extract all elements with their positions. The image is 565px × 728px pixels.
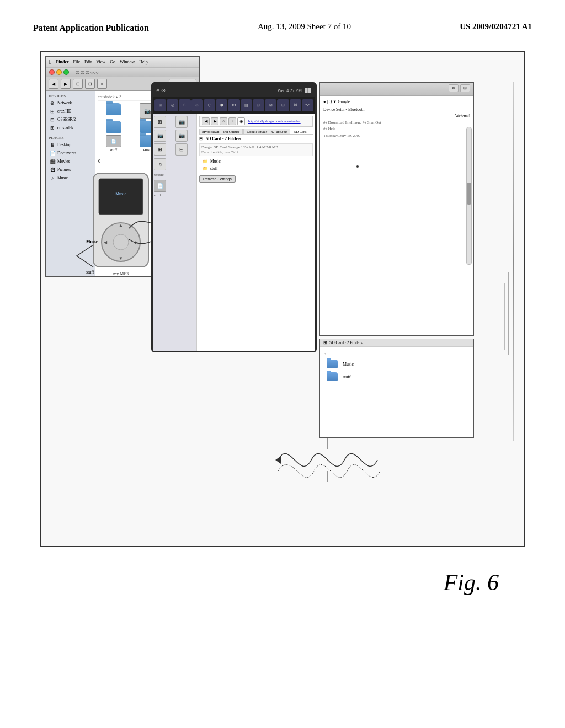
nav-back[interactable]: ◀ bbox=[202, 117, 210, 125]
sidebar-item-desktop[interactable]: 🖥 Desktop bbox=[47, 141, 94, 149]
stuff-folder-small-icon bbox=[327, 372, 338, 381]
forward-icon[interactable]: ▶ bbox=[61, 79, 71, 89]
view-icon-3[interactable]: ≡ bbox=[97, 79, 107, 89]
refresh-settings-button[interactable]: Refresh Settings bbox=[199, 175, 313, 183]
sidebar-places-header: PLACES bbox=[47, 135, 94, 141]
dicon-11[interactable]: ⊡ bbox=[277, 99, 289, 111]
folder-stuff[interactable]: 📄 stuff bbox=[98, 135, 129, 152]
dicon-5[interactable]: ⬡ bbox=[204, 99, 215, 111]
menu-window[interactable]: Window bbox=[120, 60, 135, 65]
bottom-window-body: ← Music stuff bbox=[320, 347, 473, 386]
right-scrollbar[interactable] bbox=[466, 127, 472, 265]
danger-icon-row: ⊞ ◎ ☉ ⊙ ⬡ ⬢ Ш ▤ ⊟ ⊠ ⊡ ⌘ ⌥ bbox=[153, 97, 315, 114]
sidebar-item-network[interactable]: ⊕ Network bbox=[47, 99, 94, 107]
close-button[interactable] bbox=[49, 69, 55, 75]
danger-status-bar: ⊕ ⦿ Wed 4:27 PM ▊▊ bbox=[153, 84, 315, 97]
movies-icon: 🎬 bbox=[49, 158, 56, 165]
tab-google-image[interactable]: Google Image – n2_app.jpg bbox=[243, 129, 290, 134]
dicon-12[interactable]: ⌘ bbox=[290, 99, 301, 111]
folder-item-1[interactable] bbox=[98, 103, 129, 119]
stuff-sidebar-label: stuff bbox=[154, 193, 195, 197]
apple-icon:  bbox=[49, 58, 51, 66]
dicon-10[interactable]: ⊠ bbox=[265, 99, 276, 111]
app-icon-1[interactable]: ⊞ bbox=[154, 116, 166, 128]
nav-forward[interactable]: ▶ bbox=[211, 117, 218, 125]
danger-address-bar: ◀ ▶ ○ + ⊕ http://vitally.danger.com/irem… bbox=[199, 116, 313, 127]
dicon-1[interactable]: ⊞ bbox=[154, 99, 166, 111]
figure-container:  Finder File Edit View Go Window Help ◎… bbox=[0, 45, 565, 553]
dicon-13[interactable]: ⌥ bbox=[302, 99, 313, 111]
dicon-6[interactable]: ⬢ bbox=[216, 99, 227, 111]
app-icon-4[interactable]: 📷 bbox=[175, 130, 188, 142]
folder-item-4[interactable] bbox=[98, 121, 129, 133]
tab-hypocalwit[interactable]: Hypocalwit – and Culture bbox=[199, 129, 243, 134]
sidebar-crezHD-label: crez HD bbox=[57, 109, 71, 114]
sdcard-title: ⊞ SD Card - 2 Folders bbox=[199, 136, 313, 141]
sidebar-item-crezHD[interactable]: ⊞ crez HD bbox=[47, 107, 94, 115]
minimize-button[interactable] bbox=[56, 69, 62, 75]
pictures-icon: 🖼 bbox=[49, 167, 56, 173]
file-row-stuff[interactable]: 📁 stuff bbox=[199, 165, 313, 172]
danger-battery-icon: ▊▊ bbox=[305, 88, 312, 93]
svg-text:▼: ▼ bbox=[119, 256, 123, 261]
window-title: ◎ ◎ ◎ ○○○ bbox=[76, 70, 99, 75]
enter-text: Enter the title, use Ctrl+ bbox=[201, 150, 311, 154]
device-label: Device Setti. - Bluetooth bbox=[323, 107, 365, 112]
app-icon-6[interactable]: ⊟ bbox=[175, 143, 188, 156]
view-icon-2[interactable]: ⊟ bbox=[85, 79, 95, 89]
stuff-file-label: stuff bbox=[210, 166, 218, 171]
date-row: Thursday, July 19, 2007 bbox=[323, 133, 470, 138]
view-icon-1[interactable]: ⊞ bbox=[73, 79, 83, 89]
file-row-music[interactable]: 📁 Music bbox=[199, 158, 313, 165]
music-sidebar-label: Music bbox=[154, 173, 195, 177]
back-icon[interactable]: ◀ bbox=[49, 79, 58, 89]
figure-box:  Finder File Edit View Go Window Help ◎… bbox=[40, 51, 525, 547]
menu-file[interactable]: File bbox=[73, 60, 80, 65]
window-controls bbox=[49, 69, 69, 75]
music-folder-row[interactable]: Music bbox=[323, 358, 470, 370]
menu-finder[interactable]: Finder bbox=[56, 60, 68, 65]
url-text[interactable]: http://vitally.danger.com/irememberlast bbox=[248, 120, 301, 123]
folder-icon-1 bbox=[106, 103, 121, 115]
dicon-4[interactable]: ⊙ bbox=[191, 99, 203, 111]
nav-refresh[interactable]: ○ bbox=[220, 117, 227, 125]
sidebar-item-movies[interactable]: 🎬 Movies bbox=[47, 157, 94, 165]
app-icon-5[interactable]: ⊞ bbox=[154, 143, 166, 156]
panel-close-btn[interactable]: ✕ bbox=[449, 84, 459, 92]
dicon-8[interactable]: ▤ bbox=[241, 99, 252, 111]
dicon-7[interactable]: Ш bbox=[228, 99, 239, 111]
danger-icon-grid: ⊞ 📷 📷 📷 ⊞ ⊟ bbox=[154, 116, 195, 156]
disk2-icon: ⊟ bbox=[49, 116, 56, 123]
right-edge-separator bbox=[513, 82, 514, 441]
refresh-btn[interactable]: Refresh Settings bbox=[199, 175, 236, 183]
menu-go[interactable]: Go bbox=[110, 60, 115, 65]
back-arrow-icon[interactable]: ← bbox=[323, 350, 329, 356]
danger-wifi-icon: ⊕ ⦿ bbox=[156, 88, 166, 93]
stuff-folder-row[interactable]: stuff bbox=[323, 371, 470, 382]
nav-globe-icon: ⊕ bbox=[237, 117, 245, 125]
dicon-9[interactable]: ⊟ bbox=[253, 99, 264, 111]
right-content-area bbox=[323, 138, 470, 303]
sidebar-item-documents[interactable]: 📄 Documents bbox=[47, 149, 94, 157]
panel-expand-btn[interactable]: ⊞ bbox=[460, 84, 470, 92]
folder-icon-2 bbox=[106, 121, 121, 133]
sidebar-item-ossesr[interactable]: ⊟ OSSESR/2 bbox=[47, 115, 94, 124]
app-icon-2[interactable]: 📷 bbox=[175, 116, 188, 128]
help-row: ## Help bbox=[323, 126, 470, 131]
menu-view[interactable]: View bbox=[96, 60, 105, 65]
app-icon-3[interactable]: 📷 bbox=[154, 130, 166, 142]
right-panel-header: ✕ ⊞ bbox=[320, 83, 473, 96]
app-icon-8[interactable]: 📄 bbox=[154, 180, 166, 192]
patent-title: Patent Application Publication bbox=[33, 22, 149, 34]
nav-add[interactable]: + bbox=[228, 117, 236, 125]
dicon-2[interactable]: ◎ bbox=[167, 99, 178, 111]
maximize-button[interactable] bbox=[63, 69, 69, 75]
dicon-3[interactable]: ☉ bbox=[179, 99, 190, 111]
storage-info: Danger SD Card Storage 18% full: 1.4 MB/… bbox=[199, 143, 313, 156]
app-icon-7[interactable]: ♫ bbox=[154, 158, 166, 170]
menu-help[interactable]: Help bbox=[139, 60, 148, 65]
menu-edit[interactable]: Edit bbox=[84, 60, 92, 65]
patent-number: US 2009/0204721 A1 bbox=[460, 22, 532, 31]
tab-sdcard[interactable]: SD Card bbox=[291, 129, 310, 134]
sidebar-item-crustadek[interactable]: ⊠ crustadek bbox=[47, 124, 94, 132]
